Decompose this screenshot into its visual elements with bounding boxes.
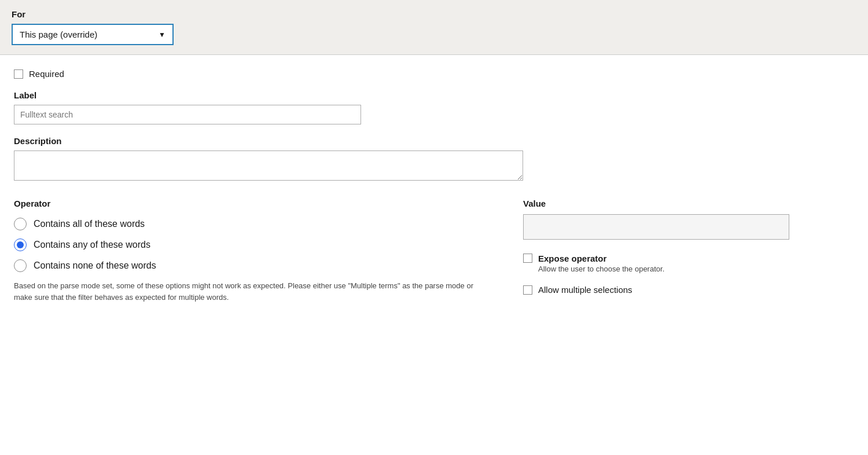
expose-operator-checkbox[interactable] <box>523 254 532 263</box>
value-section-label: Value <box>523 199 854 208</box>
for-select[interactable]: This page (override) ▼ <box>12 24 174 45</box>
expose-operator-text: Expose operator Allow the user to choose… <box>538 254 664 273</box>
operator-col: Operator Contains all of these words Con… <box>14 199 500 303</box>
radio-contains-any-button[interactable] <box>14 238 27 251</box>
radio-contains-all-button[interactable] <box>14 218 27 230</box>
operator-value-section: Operator Contains all of these words Con… <box>14 199 854 303</box>
radio-contains-any-label: Contains any of these words <box>34 240 150 250</box>
radio-contains-none-button[interactable] <box>14 259 27 272</box>
radio-contains-any-dot <box>17 241 24 248</box>
radio-contains-none[interactable]: Contains none of these words <box>14 259 500 272</box>
radio-contains-any[interactable]: Contains any of these words <box>14 238 500 251</box>
operator-hint: Based on the parse mode set, some of the… <box>14 280 477 303</box>
expose-operator-desc: Allow the user to choose the operator. <box>538 265 664 273</box>
top-bar: For This page (override) ▼ <box>0 0 868 55</box>
expose-operator-title: Expose operator <box>538 254 664 263</box>
expose-operator-row: Expose operator Allow the user to choose… <box>523 254 854 273</box>
for-label: For <box>12 9 856 19</box>
description-input[interactable] <box>14 151 523 181</box>
allow-multiple-row: Allow multiple selections <box>523 285 854 295</box>
value-input[interactable] <box>523 214 789 240</box>
radio-contains-none-label: Contains none of these words <box>34 260 156 271</box>
operator-section-label: Operator <box>14 199 500 208</box>
required-label: Required <box>29 69 64 79</box>
label-input[interactable] <box>14 105 361 124</box>
chevron-down-icon: ▼ <box>159 31 165 39</box>
radio-contains-all[interactable]: Contains all of these words <box>14 218 500 230</box>
required-checkbox[interactable] <box>14 69 23 79</box>
allow-multiple-checkbox[interactable] <box>523 285 532 295</box>
for-select-value: This page (override) <box>20 30 97 39</box>
required-row: Required <box>14 69 854 79</box>
radio-contains-all-label: Contains all of these words <box>34 219 145 229</box>
main-content: Required Label Description Operator Cont… <box>0 55 868 317</box>
allow-multiple-label: Allow multiple selections <box>538 285 632 295</box>
label-section-title: Label <box>14 90 854 100</box>
value-col: Value Expose operator Allow the user to … <box>500 199 854 303</box>
description-section-title: Description <box>14 136 854 146</box>
